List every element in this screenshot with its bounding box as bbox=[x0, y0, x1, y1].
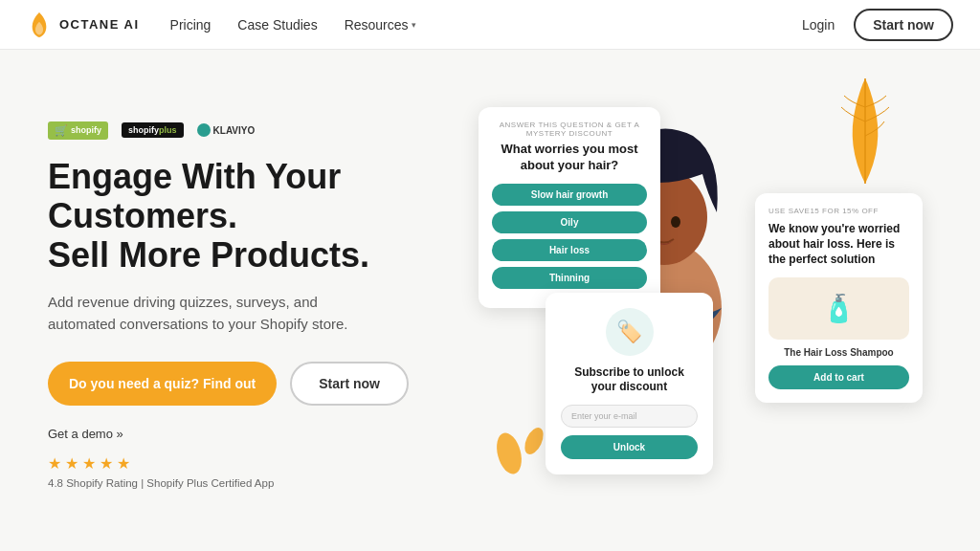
nav-right: Login Start now bbox=[802, 9, 953, 41]
quiz-cta-button[interactable]: Do you need a quiz? Find out bbox=[48, 362, 277, 406]
nav-case-studies[interactable]: Case Studies bbox=[237, 17, 317, 33]
klaviyo-icon bbox=[197, 123, 211, 137]
nav-pricing[interactable]: Pricing bbox=[170, 17, 212, 33]
hero-buttons: Do you need a quiz? Find out Start now bbox=[48, 362, 450, 406]
hero-left: 🛒 shopify shopifyplus KLAVIYO Engage Wit… bbox=[48, 112, 450, 490]
stars-row: ★ ★ ★ ★ ★ bbox=[48, 454, 450, 473]
hero-right: ANSWER THIS QUESTION & GET A MYSTERY DIS… bbox=[450, 50, 932, 551]
hero-subtext: Add revenue driving quizzes, surveys, an… bbox=[48, 291, 373, 336]
quiz-option-1[interactable]: Slow hair growth bbox=[492, 184, 647, 206]
logo-flame-icon bbox=[27, 12, 52, 37]
leaf-decoration bbox=[827, 69, 903, 184]
deco-oval-4 bbox=[521, 425, 546, 457]
klaviyo-badge: KLAVIYO bbox=[197, 123, 256, 137]
quiz-card-top-text: ANSWER THIS QUESTION & GET A MYSTERY DIS… bbox=[492, 121, 647, 138]
subscribe-title: Subscribe to unlock your discount bbox=[561, 365, 698, 395]
add-to-cart-button[interactable]: Add to cart bbox=[768, 365, 909, 389]
navbar: OCTANE AI Pricing Case Studies Resources… bbox=[0, 0, 980, 50]
unlock-button[interactable]: Unlock bbox=[561, 435, 698, 459]
quiz-option-3[interactable]: Hair loss bbox=[492, 239, 647, 261]
start-now-button-nav[interactable]: Start now bbox=[854, 9, 953, 41]
product-card: Use SAVE15 for 15% OFF We know you're wo… bbox=[755, 193, 923, 403]
start-now-button-hero[interactable]: Start now bbox=[290, 362, 409, 406]
subscribe-card: 🏷️ Subscribe to unlock your discount Ent… bbox=[546, 293, 713, 474]
star-1: ★ bbox=[48, 454, 61, 473]
shopify-badge: 🛒 shopify bbox=[48, 121, 108, 140]
logo[interactable]: OCTANE AI bbox=[27, 12, 140, 37]
svg-point-4 bbox=[671, 216, 680, 228]
get-demo-link[interactable]: Get a demo » bbox=[48, 427, 450, 441]
quiz-option-4[interactable]: Thinning bbox=[492, 267, 647, 289]
hero-section: 🛒 shopify shopifyplus KLAVIYO Engage Wit… bbox=[0, 50, 980, 551]
email-input-placeholder[interactable]: Enter your e-mail bbox=[561, 405, 698, 428]
nav-links: Pricing Case Studies Resources ▾ bbox=[170, 17, 802, 33]
nav-resources[interactable]: Resources ▾ bbox=[345, 17, 416, 33]
star-3: ★ bbox=[82, 454, 96, 473]
product-image: 🧴 bbox=[768, 277, 909, 340]
hero-headline: Engage With Your Customers. Sell More Pr… bbox=[48, 157, 450, 276]
shopify-plus-badge: shopifyplus bbox=[122, 122, 184, 138]
star-5: ★ bbox=[117, 454, 130, 473]
product-card-title: We know you're worried about hair loss. … bbox=[768, 221, 909, 268]
chevron-down-icon: ▾ bbox=[412, 20, 416, 30]
quiz-card: ANSWER THIS QUESTION & GET A MYSTERY DIS… bbox=[479, 107, 660, 308]
star-2: ★ bbox=[65, 454, 78, 473]
subscribe-icon: 🏷️ bbox=[606, 308, 654, 356]
star-4: ★ bbox=[100, 454, 113, 473]
partner-logos: 🛒 shopify shopifyplus KLAVIYO bbox=[48, 121, 450, 140]
deco-oval-5 bbox=[493, 430, 526, 477]
quiz-option-2[interactable]: Oily bbox=[492, 211, 647, 233]
login-link[interactable]: Login bbox=[802, 17, 835, 33]
product-card-discount-text: Use SAVE15 for 15% OFF bbox=[768, 207, 909, 215]
product-name: The Hair Loss Shampoo bbox=[768, 347, 909, 358]
logo-text: OCTANE AI bbox=[59, 17, 140, 32]
rating-text: 4.8 Shopify Rating | Shopify Plus Certif… bbox=[48, 477, 450, 489]
quiz-card-question: What worries you most about your hair? bbox=[492, 142, 647, 174]
